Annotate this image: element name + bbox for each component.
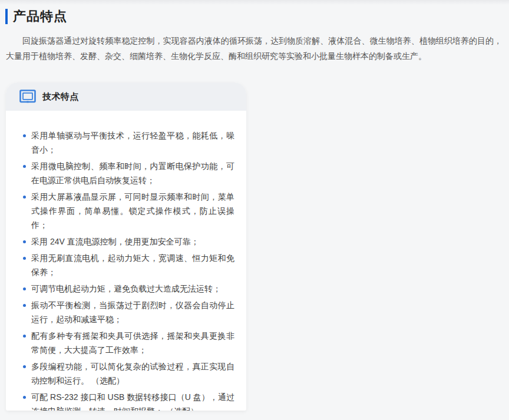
feature-item: 采用大屏幕液晶显示屏，可同时显示频率和时间，菜单式操作界面，简单易懂。锁定式操作…: [22, 190, 234, 232]
card-header-title: 技术特点: [42, 91, 79, 102]
accent-bar: [5, 9, 8, 24]
top-shade-divider: [0, 0, 509, 5]
feature-item: 可调节电机起动力矩，避免负载过大造成无法运转；: [22, 282, 234, 296]
feature-item: 多段编程功能，可以简化复杂的试验过程，真正实现自动控制和运行。 （选配）: [22, 359, 234, 388]
technical-features-card: 技术特点 采用单轴驱动与平衡技术，运行轻盈平稳，能耗低，噪音小； 采用微电脑控制…: [6, 82, 246, 411]
feature-item: 采用单轴驱动与平衡技术，运行轻盈平稳，能耗低，噪音小；: [22, 128, 234, 157]
feature-item: 采用 24V 直流电源控制，使用更加安全可靠；: [22, 234, 234, 249]
feature-list: 采用单轴驱动与平衡技术，运行轻盈平稳，能耗低，噪音小； 采用微电脑控制、频率和时…: [22, 128, 234, 411]
feature-item: 振动不平衡检测，当振荡过于剧烈时，仪器会自动停止运行，起动和减速平稳；: [22, 298, 234, 326]
page-title: 产品特点: [13, 8, 67, 25]
monitor-icon: [19, 90, 36, 104]
intro-paragraph: 回旋振荡器通过对旋转频率稳定控制，实现容器内液体的循环振荡，达到物质溶解、液体混…: [6, 33, 502, 64]
feature-item: 采用微电脑控制、频率和时间，内置断电保护功能，可在电源正常供电后自动恢复运转；: [22, 159, 234, 187]
card-body: 采用单轴驱动与平衡技术，运行轻盈平稳，能耗低，噪音小； 采用微电脑控制、频率和时…: [6, 111, 246, 411]
card-header: 技术特点: [6, 82, 246, 111]
section-header: 产品特点: [5, 8, 502, 25]
feature-item: 配有多种专有摇架和夹具可供选择，摇架和夹具更换非常简便，大大提高了工作效率；: [22, 329, 234, 357]
feature-item: 采用无刷直流电机，起动力矩大，宽调速、恒力矩和免保养；: [22, 251, 234, 279]
feature-item: 可配 RS-232 接口和 USB 数据转移接口（U 盘），通过连接电脑监测、转…: [22, 390, 234, 411]
